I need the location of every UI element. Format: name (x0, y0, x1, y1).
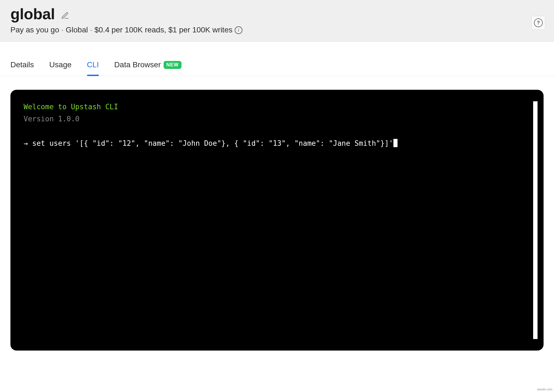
tab-label: Details (10, 60, 34, 69)
separator-dot: · (90, 26, 92, 34)
terminal-command: set users '[{ "id": "12", "name": "John … (32, 139, 393, 147)
tab-label: Usage (49, 60, 72, 69)
question-icon: ? (534, 18, 543, 27)
tab-data-browser[interactable]: Data Browser NEW (114, 55, 181, 76)
cli-terminal[interactable]: Welcome to Upstash CLI Version 1.0.0 → s… (10, 90, 544, 351)
tab-cli[interactable]: CLI (87, 55, 99, 76)
new-badge: NEW (164, 61, 181, 69)
terminal-welcome: Welcome to Upstash CLI (24, 101, 533, 112)
info-icon[interactable]: i (235, 26, 242, 34)
help-button[interactable]: ? (531, 16, 545, 30)
title-row: global (10, 5, 544, 23)
terminal-version: Version 1.0.0 (24, 113, 533, 124)
pricing-text: $0.4 per 100K reads, $1 per 100K writes (94, 26, 233, 34)
terminal-prompt-line: → set users '[{ "id": "12", "name": "Joh… (24, 138, 533, 149)
separator-dot: · (61, 26, 63, 34)
terminal-scrollbar[interactable] (533, 101, 538, 339)
tab-label: Data Browser (114, 60, 161, 69)
page-title: global (10, 5, 55, 23)
prompt-arrow-icon: → (24, 139, 32, 147)
cursor-icon (393, 139, 398, 147)
region-text: Global (66, 26, 88, 34)
plan-text: Pay as you go (10, 26, 59, 34)
tab-usage[interactable]: Usage (49, 55, 72, 76)
header-band: global Pay as you go · Global · $0.4 per… (0, 0, 554, 42)
edit-icon[interactable] (60, 11, 70, 20)
tabs-container: Details Usage CLI Data Browser NEW (0, 55, 554, 76)
terminal-section: Welcome to Upstash CLI Version 1.0.0 → s… (0, 76, 554, 359)
tab-details[interactable]: Details (10, 55, 34, 76)
subtitle-row: Pay as you go · Global · $0.4 per 100K r… (10, 26, 544, 34)
tabs: Details Usage CLI Data Browser NEW (10, 55, 544, 76)
tab-label: CLI (87, 60, 99, 69)
